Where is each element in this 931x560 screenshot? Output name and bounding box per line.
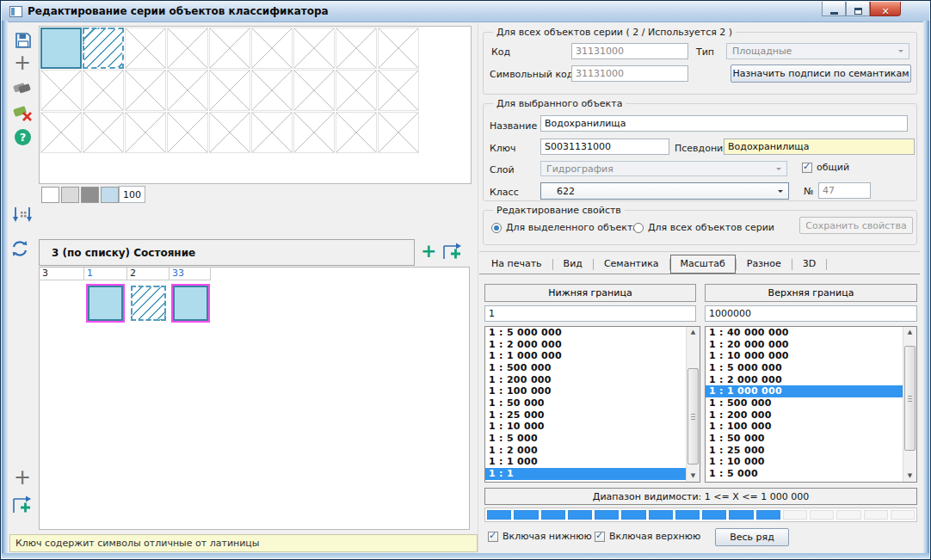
preview-cell[interactable]	[209, 70, 250, 111]
common-checkbox[interactable]	[802, 163, 812, 173]
radio-selected-object[interactable]	[491, 223, 502, 233]
scale-option[interactable]: 1 : 1 000 000	[706, 385, 903, 397]
help-icon[interactable]: ?	[15, 129, 31, 145]
preview-cell[interactable]	[378, 70, 419, 111]
save-properties-button[interactable]: Сохранить свойства	[799, 217, 913, 234]
number-input[interactable]	[818, 182, 871, 199]
preview-cell[interactable]	[209, 28, 250, 69]
scale-option[interactable]: 1 : 1 000	[485, 456, 687, 468]
scale-option[interactable]: 1 : 2 000 000	[485, 339, 687, 351]
lower-scrollbar[interactable]: ▲ ▼	[686, 327, 700, 482]
scroll-up-icon[interactable]: ▲	[903, 327, 916, 338]
preview-cell[interactable]	[40, 112, 82, 153]
preview-cell[interactable]	[83, 28, 124, 69]
maximize-button[interactable]	[846, 2, 870, 16]
palette-swatch[interactable]	[61, 187, 79, 203]
lower-bound-header[interactable]: Нижняя граница	[484, 284, 696, 302]
alias-input[interactable]	[724, 138, 915, 155]
scroll-down-icon[interactable]: ▼	[903, 471, 916, 482]
series-column-header[interactable]: 33	[170, 268, 211, 280]
name-input[interactable]	[540, 115, 908, 132]
tab-на-печать[interactable]: На печать	[481, 255, 552, 273]
scale-option[interactable]: 1 : 50 000	[706, 433, 903, 445]
preview-cell[interactable]	[40, 28, 82, 69]
preview-cell[interactable]	[125, 70, 166, 111]
preview-cell[interactable]	[293, 112, 335, 153]
preview-cell[interactable]	[251, 28, 293, 69]
preview-cell[interactable]	[167, 28, 208, 69]
preview-cell[interactable]	[125, 112, 166, 153]
upper-bound-header[interactable]: Верхняя граница	[705, 284, 917, 302]
whole-row-button[interactable]: Весь ряд	[715, 528, 789, 546]
add-row-icon[interactable]: +	[14, 465, 31, 489]
series-swatch[interactable]	[88, 286, 123, 321]
class-dropdown[interactable]: 622	[540, 182, 789, 200]
include-upper-checkbox[interactable]	[595, 532, 605, 542]
scale-option[interactable]: 1 : 100 000	[706, 421, 903, 433]
insert-row-icon[interactable]	[10, 495, 33, 517]
preview-cell[interactable]	[336, 112, 377, 153]
tab-масштаб[interactable]: Масштаб	[670, 255, 736, 274]
upper-scrollbar-thumb[interactable]	[904, 346, 916, 451]
upper-scrollbar[interactable]: ▲ ▼	[903, 327, 916, 482]
type-dropdown[interactable]: Площадные	[726, 43, 909, 59]
key-input[interactable]	[540, 138, 669, 155]
tab-разное[interactable]: Разное	[737, 255, 792, 273]
scale-option[interactable]: 1 : 2 000	[485, 445, 687, 457]
preview-cell[interactable]	[83, 70, 124, 111]
assign-labels-button[interactable]: Назначить подписи по семантикам	[731, 65, 911, 83]
preview-cell[interactable]	[167, 70, 208, 111]
include-lower-checkbox[interactable]	[488, 532, 498, 542]
save-icon[interactable]	[15, 32, 32, 52]
preview-cell[interactable]	[293, 70, 335, 111]
tags-icon[interactable]	[13, 80, 34, 99]
scale-option[interactable]: 1 : 1 000 000	[485, 350, 687, 362]
code-input[interactable]	[571, 43, 688, 59]
scale-option[interactable]: 1 : 1	[485, 468, 687, 480]
palette-swatch[interactable]	[41, 187, 59, 203]
radio-all-objects[interactable]	[633, 223, 644, 233]
series-cell[interactable]	[170, 280, 211, 330]
scale-option[interactable]: 1 : 2 000	[706, 480, 903, 482]
scale-option[interactable]: 1 : 5 000 000	[706, 362, 903, 374]
preview-cell[interactable]	[378, 28, 419, 69]
lower-bound-input[interactable]	[484, 305, 696, 322]
delete-tag-icon[interactable]	[13, 104, 34, 125]
scale-option[interactable]: 1 : 2 000 000	[706, 374, 903, 386]
scale-option[interactable]: 1 : 25 000	[485, 409, 687, 422]
scale-option[interactable]: 1 : 5 000	[485, 433, 687, 445]
palette-swatch[interactable]	[101, 187, 119, 203]
add-icon[interactable]: +	[14, 51, 31, 75]
series-column-header[interactable]: 2	[127, 268, 170, 280]
title-bar[interactable]: Редактирование серии объектов классифика…	[2, 2, 929, 22]
insert-series-icon[interactable]	[441, 243, 464, 263]
scale-option[interactable]: 1 : 25 000	[706, 445, 903, 457]
preview-cell[interactable]	[378, 112, 419, 153]
preview-cell[interactable]	[167, 112, 208, 153]
series-cell[interactable]	[40, 280, 84, 330]
preview-cell[interactable]	[336, 70, 377, 111]
series-swatch[interactable]	[173, 286, 208, 321]
refresh-icon[interactable]	[9, 239, 30, 262]
close-button[interactable]: ✕	[870, 2, 901, 16]
series-header[interactable]: 3 (по списку) Состояние	[39, 239, 415, 266]
series-column-header[interactable]: 1	[84, 268, 127, 280]
series-swatch[interactable]	[131, 286, 166, 321]
series-cell[interactable]	[127, 280, 170, 330]
size-input[interactable]	[119, 186, 145, 203]
preview-cell[interactable]	[83, 112, 124, 153]
preview-cell[interactable]	[251, 112, 293, 153]
scale-option[interactable]: 1 : 10 000 000	[706, 350, 903, 362]
add-series-icon[interactable]: +	[421, 240, 436, 262]
series-cell[interactable]	[84, 280, 127, 330]
series-column-header[interactable]: 3	[40, 268, 84, 280]
scroll-up-icon[interactable]: ▲	[687, 327, 700, 338]
upper-bound-input[interactable]	[705, 305, 917, 322]
scale-option[interactable]: 1 : 100 000	[485, 385, 687, 397]
preview-cell[interactable]	[293, 28, 335, 69]
scale-option[interactable]: 1 : 500 000	[706, 397, 903, 409]
preview-cell[interactable]	[209, 112, 250, 153]
tab-вид[interactable]: Вид	[553, 255, 593, 273]
scale-option[interactable]: 1 : 10 000	[485, 421, 687, 433]
scale-option[interactable]: 1 : 20 000 000	[706, 339, 903, 351]
